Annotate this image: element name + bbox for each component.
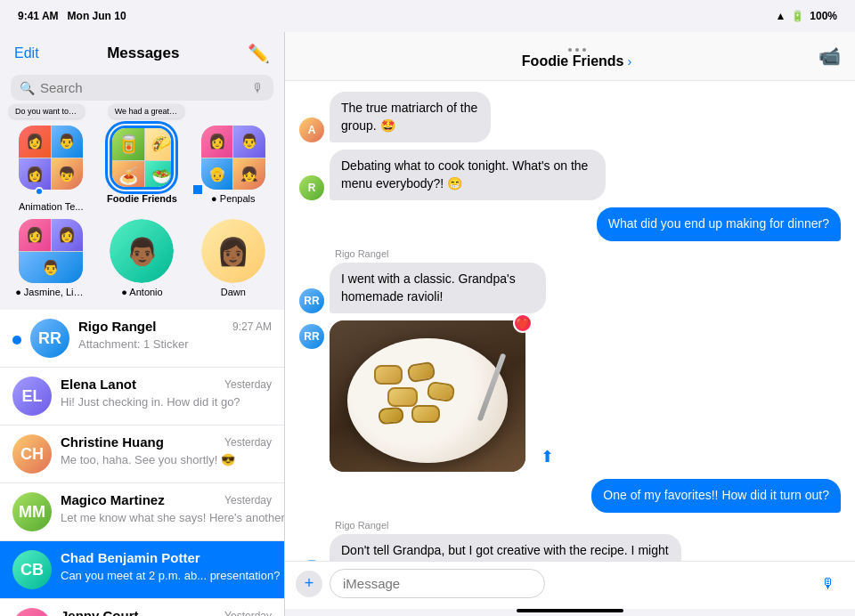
conv-time-magico: Yesterday (224, 494, 272, 507)
input-bar: + 🎙 (285, 561, 855, 609)
message-input[interactable] (330, 569, 545, 598)
conv-item-elena-lanot[interactable]: EL Elena Lanot Yesterday Hi! Just checki… (0, 368, 284, 426)
input-mic-button[interactable]: 🎙 (821, 576, 835, 592)
conv-avatar-rigo: RR (30, 319, 69, 358)
conv-time-rigo: 9:27 AM (232, 320, 272, 333)
pinned-label-antonio: ● Antonio (121, 287, 162, 297)
msg-avatar-1: A (299, 118, 324, 142)
grid-cell-fg-1: 🥫 (112, 128, 144, 160)
app-container: Edit Messages ✏️ 🔍 🎙 Do you want to revi… (0, 32, 855, 616)
conv-preview-magico: Let me know what she says! Here's anothe… (61, 511, 284, 524)
conv-item-magico-martinez[interactable]: MM Magico Martinez Yesterday Let me know… (0, 483, 284, 541)
home-bar (517, 609, 623, 612)
status-indicators: ▲ 🔋 100% (775, 10, 837, 22)
conv-item-jenny-court[interactable]: JC Jenny Court Yesterday Can't wait to s… (0, 599, 284, 616)
pinned-item-foodie-friends[interactable]: We had a great time. Home with... 🥫 🌮 🍝 … (100, 113, 183, 212)
conv-name-rigo: Rigo Rangel (78, 319, 157, 334)
conv-preview-elena: Hi! Just checking in. How did it go? (61, 395, 240, 409)
pinned-item-dawn[interactable]: 👩🏾 Dawn (191, 219, 275, 297)
grid-cell-j2: 👩 (52, 219, 84, 251)
grid-cell-j1: 👩 (19, 219, 51, 251)
add-attachment-button[interactable]: + (296, 571, 322, 597)
chat-header: Foodie Friends › 📹 (285, 32, 855, 81)
grid-cell-pp-1: 👩 (201, 126, 233, 158)
pinned-item-antonio[interactable]: 👨🏾 ● Antonio (100, 219, 183, 297)
conv-preview-chad: Can you meet at 2 p.m. ab... presentatio… (61, 569, 280, 582)
conv-item-christine-huang[interactable]: CH Christine Huang Yesterday Me too, hah… (0, 426, 284, 483)
conv-info-magico: Magico Martinez Yesterday Let me know wh… (61, 492, 272, 525)
grid-cell-pp-2: 👨 (233, 126, 265, 158)
pinned-item-penpals[interactable]: 👩 👨 👴 👧 ● Penpals (191, 113, 275, 212)
conv-name-jenny: Jenny Court (61, 608, 139, 616)
grid-cell-1: 👩 (19, 126, 51, 158)
unread-dot-rigo (12, 336, 21, 344)
group-name: Foodie Friends (522, 53, 624, 69)
message-row-5: RR (299, 320, 841, 472)
compose-button[interactable]: ✏️ (248, 43, 270, 64)
mic-icon: 🎙 (252, 81, 265, 95)
grid-cell-4: 👦 (52, 158, 84, 190)
grid-cell-2: 👨 (52, 126, 84, 158)
messages-area: A The true matriarch of the group. 🤩 R D… (285, 81, 855, 561)
chevron-right-icon: › (628, 54, 632, 69)
status-bar: 9:41 AM Mon Jun 10 ▲ 🔋 100% (0, 0, 855, 32)
conv-preview-rigo: Attachment: 1 Sticker (78, 337, 189, 351)
conv-avatar-chad: CB (12, 550, 52, 589)
grid-cell-pp-4: 👧 (233, 158, 265, 190)
conv-item-rigo-rangel[interactable]: RR Rigo Rangel 9:27 AM Attachment: 1 Sti… (0, 310, 284, 368)
pinned-item-animation-te[interactable]: Do you want to review all the rend... 👩 … (9, 113, 93, 212)
conv-info-elena: Elena Lanot Yesterday Hi! Just checking … (61, 377, 272, 409)
grid-cell-fg-4: 🥗 (145, 161, 175, 190)
conv-avatar-jenny: JC (12, 608, 52, 616)
bubble-6: One of my favorites!! How did it turn ou… (591, 479, 841, 513)
conv-name-magico: Magico Martinez (61, 492, 165, 507)
msg-avatar-5: RR (299, 324, 324, 349)
conv-name-elena: Elena Lanot (61, 377, 136, 392)
conv-time-jenny: Yesterday (224, 610, 272, 617)
pinned-label-penpals: ● Penpals (211, 193, 255, 204)
conversation-list: RR Rigo Rangel 9:27 AM Attachment: 1 Sti… (0, 310, 284, 616)
conv-info-jenny: Jenny Court Yesterday Can't wait to see … (61, 608, 272, 616)
search-input[interactable] (40, 80, 247, 95)
pinned-row-1: Do you want to review all the rend... 👩 … (9, 113, 275, 212)
message-row-6: One of my favorites!! How did it turn ou… (299, 479, 841, 513)
share-button[interactable]: ⬆ (541, 447, 554, 466)
conv-name-chad: Chad Benjamin Potter (61, 550, 200, 565)
pinned-preview-foodie: We had a great time. Home with... (109, 104, 184, 118)
pinned-label-foodie: Foodie Friends (107, 193, 177, 204)
message-row-1: A The true matriarch of the group. 🤩 (299, 92, 841, 142)
video-call-button[interactable]: 📹 (818, 45, 841, 67)
bubble-4: I went with a classic. Grandpa's homemad… (330, 263, 546, 313)
grid-cell-j3: 👨 (19, 252, 83, 284)
input-wrapper: 🎙 (330, 569, 844, 598)
battery-icon: 🔋 (791, 10, 804, 22)
conv-name-christine: Christine Huang (61, 434, 164, 450)
msg-avatar-4: RR (299, 288, 324, 313)
sender-name-4: Rigo Rangel (335, 248, 389, 259)
header-dot-3 (582, 48, 586, 52)
conv-info-christine: Christine Huang Yesterday Me too, haha. … (61, 434, 272, 467)
group-name-row[interactable]: Foodie Friends › (522, 53, 631, 69)
conv-item-chad-potter[interactable]: CB Chad Benjamin Potter Can you meet at … (0, 541, 284, 599)
pinned-row-2: 👩 👩 👨 ● Jasmine, Liz & Rigo 👨🏾 ● Antonio (9, 219, 275, 297)
pinned-label-jasmine: ● Jasmine, Liz & Rigo (15, 287, 86, 297)
header-dot-1 (568, 48, 572, 52)
pinned-label-dawn: Dawn (221, 287, 246, 297)
conv-info-rigo: Rigo Rangel 9:27 AM Attachment: 1 Sticke… (78, 319, 272, 352)
food-image (330, 320, 525, 472)
message-row-7: Rigo Rangel RR Don't tell Grandpa, but I… (299, 520, 841, 561)
bubble-1: The true matriarch of the group. 🤩 (330, 92, 491, 142)
heart-reaction: ❤️ (513, 313, 533, 333)
pinned-item-jasmine[interactable]: 👩 👩 👨 ● Jasmine, Liz & Rigo (9, 219, 93, 297)
edit-button[interactable]: Edit (14, 45, 39, 61)
bubble-2: Debating what to cook tonight. What's on… (330, 150, 606, 200)
pinned-preview-animation: Do you want to review all the rend... (9, 104, 85, 118)
bubble-3: What did you end up making for dinner? (597, 207, 841, 241)
sender-name-7: Rigo Rangel (335, 520, 389, 531)
pinned-label-animation: Animation Te... (19, 201, 84, 212)
header-dot-2 (575, 48, 579, 52)
bubble-7: Don't tell Grandpa, but I got creative w… (330, 534, 681, 561)
conv-preview-christine: Me too, haha. See you shortly! 😎 (61, 453, 235, 466)
msg-avatar-2: R (299, 175, 324, 200)
search-icon: 🔍 (20, 81, 35, 95)
